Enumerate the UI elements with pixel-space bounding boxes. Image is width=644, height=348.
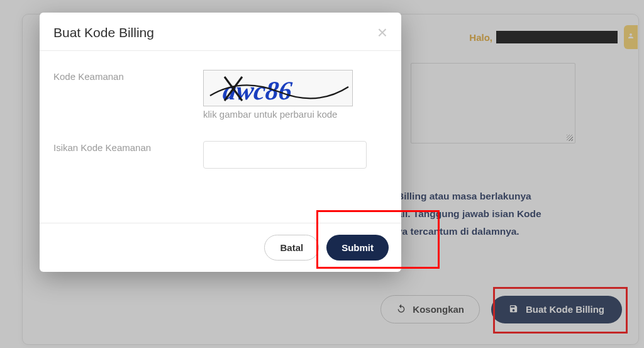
close-button[interactable]: × bbox=[377, 24, 387, 42]
close-icon: × bbox=[377, 23, 387, 42]
kode-keamanan-label: Kode Keamanan bbox=[53, 70, 203, 82]
modal-header: Buat Kode Billing × bbox=[40, 13, 401, 51]
batal-label: Batal bbox=[280, 242, 303, 253]
cancel-button[interactable]: Batal bbox=[264, 235, 319, 261]
captcha-hint: klik gambar untuk perbarui kode bbox=[203, 109, 353, 120]
submit-label: Submit bbox=[341, 242, 374, 253]
buat-kode-billing-modal: Buat Kode Billing × Kode Keamanan awc86 … bbox=[40, 13, 401, 272]
modal-footer: Batal Submit bbox=[40, 223, 401, 272]
captcha-input-row: Isikan Kode Keamanan bbox=[53, 141, 387, 169]
captcha-image[interactable]: awc86 bbox=[203, 70, 353, 106]
modal-body: Kode Keamanan awc86 klik gambar untuk pe… bbox=[40, 51, 401, 223]
isikan-kode-label: Isikan Kode Keamanan bbox=[53, 141, 203, 153]
captcha-row: Kode Keamanan awc86 klik gambar untuk pe… bbox=[53, 70, 387, 120]
modal-title: Buat Kode Billing bbox=[53, 25, 154, 40]
submit-button[interactable]: Submit bbox=[326, 235, 389, 261]
captcha-input[interactable] bbox=[203, 141, 367, 169]
captcha-container: awc86 klik gambar untuk perbarui kode bbox=[203, 70, 353, 120]
